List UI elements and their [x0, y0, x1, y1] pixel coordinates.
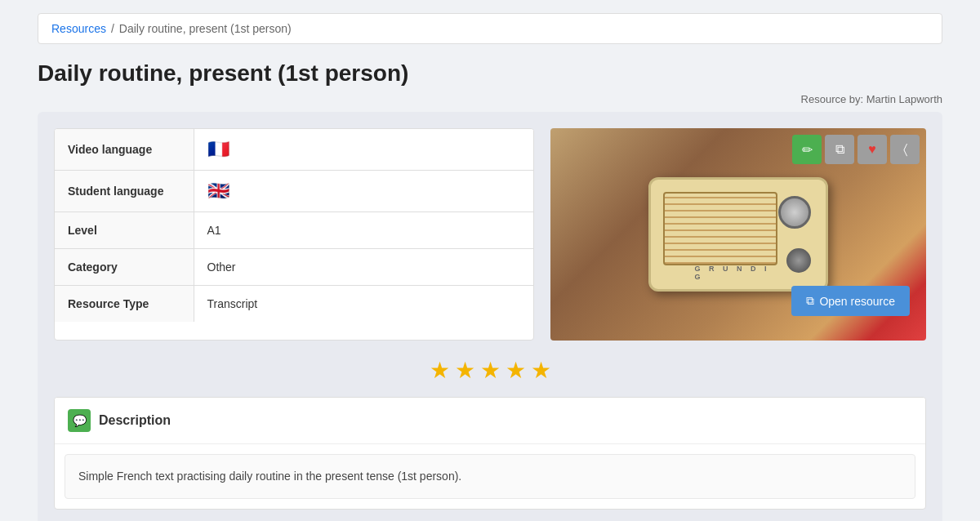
- top-section: Video language 🇫🇷 Student language 🇬🇧 Le…: [54, 128, 926, 341]
- description-body: Simple French text practising daily rout…: [65, 454, 915, 499]
- label-category: Category: [55, 249, 194, 286]
- label-resource-type: Resource Type: [55, 286, 194, 323]
- label-video-language: Video language: [55, 129, 194, 171]
- description-icon: 💬: [68, 409, 91, 432]
- description-title: Description: [99, 413, 171, 428]
- breadcrumb-current: Daily routine, present (1st person): [119, 22, 292, 35]
- share-button[interactable]: 〈: [890, 135, 920, 164]
- radio-grille: [663, 192, 777, 265]
- flag-english: 🇬🇧: [207, 180, 229, 201]
- label-level: Level: [55, 212, 194, 249]
- image-toolbar: ✏ ⧉ ♥ 〈: [792, 135, 920, 164]
- radio-illustration: G R U N D I G: [648, 177, 828, 292]
- value-level: A1: [194, 212, 533, 249]
- flag-french: 🇫🇷: [207, 139, 229, 159]
- table-row: Video language 🇫🇷: [55, 129, 533, 171]
- page-wrapper: Resources / Daily routine, present (1st …: [24, 0, 956, 521]
- table-row: Student language 🇬🇧: [55, 171, 533, 212]
- heart-button[interactable]: ♥: [858, 135, 887, 164]
- resource-image: G R U N D I G ✏ ⧉ ♥ 〈 ⧉ Open resource: [550, 128, 926, 341]
- star-1[interactable]: ★: [430, 357, 450, 384]
- open-resource-icon: ⧉: [806, 294, 814, 308]
- content-card: Video language 🇫🇷 Student language 🇬🇧 Le…: [38, 112, 942, 521]
- value-student-language: 🇬🇧: [194, 171, 533, 212]
- star-4[interactable]: ★: [506, 357, 526, 384]
- radio-knob: [786, 248, 811, 273]
- star-2[interactable]: ★: [455, 357, 475, 384]
- value-video-language: 🇫🇷: [194, 129, 533, 171]
- open-resource-button[interactable]: ⧉ Open resource: [791, 286, 910, 316]
- page-title: Daily routine, present (1st person): [38, 60, 942, 87]
- table-row: Category Other: [55, 249, 533, 286]
- table-row: Resource Type Transcript: [55, 286, 533, 323]
- breadcrumb-link[interactable]: Resources: [51, 22, 106, 35]
- chat-icon: 💬: [73, 414, 87, 427]
- breadcrumb-separator: /: [111, 22, 114, 35]
- info-table-wrapper: Video language 🇫🇷 Student language 🇬🇧 Le…: [54, 128, 534, 341]
- value-resource-type: Transcript: [194, 286, 533, 323]
- radio-brand: G R U N D I G: [695, 265, 782, 281]
- breadcrumb: Resources / Daily routine, present (1st …: [51, 22, 929, 35]
- info-table: Video language 🇫🇷 Student language 🇬🇧 Le…: [55, 129, 533, 322]
- copy-button[interactable]: ⧉: [825, 135, 854, 164]
- open-resource-label: Open resource: [819, 295, 895, 308]
- description-card: 💬 Description Simple French text practis…: [54, 397, 926, 510]
- image-container: G R U N D I G ✏ ⧉ ♥ 〈 ⧉ Open resource: [550, 128, 926, 341]
- edit-button[interactable]: ✏: [792, 135, 822, 164]
- table-row: Level A1: [55, 212, 533, 249]
- resource-by: Resource by: Martin Lapworth: [38, 93, 942, 105]
- description-header: 💬 Description: [55, 398, 925, 444]
- star-5[interactable]: ★: [531, 357, 551, 384]
- stars-row: ★ ★ ★ ★ ★: [54, 357, 926, 384]
- label-student-language: Student language: [55, 171, 194, 212]
- radio-tuner: [778, 196, 811, 229]
- value-category: Other: [194, 249, 533, 286]
- star-3[interactable]: ★: [480, 357, 501, 384]
- breadcrumb-bar: Resources / Daily routine, present (1st …: [38, 13, 942, 44]
